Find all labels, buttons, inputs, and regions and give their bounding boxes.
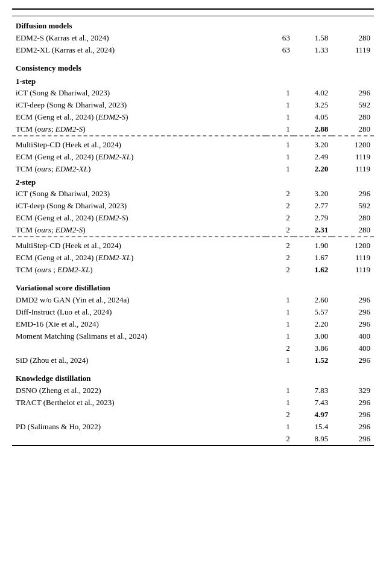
nfe-cell: 1 [266,330,294,342]
method-cell: ECM (Geng et al., 2024) (EDM2-XL) [12,252,266,264]
method-cell: Diff-Instruct (Luo et al., 2024) [12,306,266,318]
nfe-cell: 1 [266,163,294,175]
table-row: TRACT (Berthelot et al., 2023) 1 7.43 29… [12,397,374,409]
table-row: ECM (Geng et al., 2024) (EDM2-S) 1 4.05 … [12,111,374,123]
method-cell [12,342,266,354]
nfe-cell: 1 [266,294,294,306]
fid-cell: 1.33 [294,44,332,56]
table-row: ECM (Geng et al., 2024) (EDM2-XL) 2 1.67… [12,252,374,264]
section-header-row: Diffusion models [12,16,374,33]
table-row: EDM2-XL (Karras et al., 2024) 63 1.33 11… [12,44,374,56]
param-cell: 400 [332,342,374,354]
fid-cell: 3.20 [294,139,332,151]
method-cell: TCM (ours; EDM2-S) [12,224,266,237]
fid-cell: 1.90 [294,240,332,252]
param-cell: 592 [332,200,374,212]
nfe-cell: 2 [266,409,294,421]
method-cell: ECM (Geng et al., 2024) (EDM2-S) [12,111,266,123]
nfe-cell: 2 [266,188,294,200]
fid-cell: 2.49 [294,151,332,163]
table-row: 2 3.86 400 [12,342,374,354]
fid-cell: 4.97 [294,409,332,421]
fid-cell: 3.25 [294,99,332,111]
param-cell: 1200 [332,240,374,252]
table-row: TCM (ours; EDM2-S) 2 2.31 280 [12,224,374,237]
fid-cell: 3.20 [294,188,332,200]
param-cell: 1119 [332,151,374,163]
method-cell: TCM (ours ; EDM2-XL) [12,264,266,276]
section-header-label: Diffusion models [12,16,374,33]
fid-cell: 15.4 [294,421,332,433]
nfe-cell: 2 [266,264,294,276]
nfe-cell: 1 [266,306,294,318]
sub-header-label: 2-step [12,175,374,188]
fid-cell: 5.57 [294,306,332,318]
param-cell: 1200 [332,139,374,151]
nfe-cell: 2 [266,252,294,264]
table-row: DSNO (Zheng et al., 2022) 1 7.83 329 [12,385,374,397]
param-cell: 592 [332,99,374,111]
method-cell: iCT (Song & Dhariwal, 2023) [12,188,266,200]
method-cell: TCM (ours; EDM2-XL) [12,163,266,175]
col-method [12,9,266,16]
table-row: DMD2 w/o GAN (Yin et al., 2024a) 1 2.60 … [12,294,374,306]
param-cell: 1119 [332,163,374,175]
param-cell: 296 [332,306,374,318]
method-cell: EMD-16 (Xie et al., 2024) [12,318,266,330]
table-row: iCT-deep (Song & Dhariwal, 2023) 2 2.77 … [12,200,374,212]
nfe-cell: 63 [266,44,294,56]
param-cell: 280 [332,123,374,136]
nfe-cell: 1 [266,111,294,123]
section-header-row: Knowledge distillation [12,369,374,385]
fid-cell: 1.62 [294,264,332,276]
method-cell: MultiStep-CD (Heek et al., 2024) [12,240,266,252]
fid-cell: 1.58 [294,32,332,44]
fid-cell: 7.43 [294,397,332,409]
method-cell: iCT (Song & Dhariwal, 2023) [12,87,266,99]
param-cell: 296 [332,318,374,330]
col-nfe [266,9,294,16]
fid-cell: 3.86 [294,342,332,354]
nfe-cell: 1 [266,99,294,111]
method-cell: MultiStep-CD (Heek et al., 2024) [12,139,266,151]
nfe-cell: 2 [266,212,294,224]
nfe-cell: 1 [266,385,294,397]
table-row: ECM (Geng et al., 2024) (EDM2-S) 2 2.79 … [12,212,374,224]
table-row: ECM (Geng et al., 2024) (EDM2-XL) 1 2.49… [12,151,374,163]
nfe-cell: 1 [266,354,294,366]
method-cell: DMD2 w/o GAN (Yin et al., 2024a) [12,294,266,306]
nfe-cell: 2 [266,433,294,446]
param-cell: 1119 [332,44,374,56]
nfe-cell: 1 [266,123,294,136]
method-cell: EDM2-XL (Karras et al., 2024) [12,44,266,56]
fid-cell: 2.20 [294,163,332,175]
param-cell: 280 [332,212,374,224]
param-cell: 296 [332,87,374,99]
method-cell: TRACT (Berthelot et al., 2023) [12,397,266,409]
table-row: iCT-deep (Song & Dhariwal, 2023) 1 3.25 … [12,99,374,111]
table-row: MultiStep-CD (Heek et al., 2024) 2 1.90 … [12,240,374,252]
table-row: 2 4.97 296 [12,409,374,421]
sub-header-row: 1-step [12,74,374,87]
section-header-label: Variational score distillation [12,278,374,294]
nfe-cell: 1 [266,421,294,433]
nfe-cell: 2 [266,224,294,237]
nfe-cell: 1 [266,397,294,409]
method-cell: PD (Salimans & Ho, 2022) [12,421,266,433]
param-cell: 296 [332,294,374,306]
fid-cell: 2.31 [294,224,332,237]
method-cell: ECM (Geng et al., 2024) (EDM2-XL) [12,151,266,163]
section-header-row: Variational score distillation [12,278,374,294]
table-row: TCM (ours; EDM2-S) 1 2.88 280 [12,123,374,136]
param-cell: 296 [332,397,374,409]
param-cell: 329 [332,385,374,397]
col-param [332,9,374,16]
nfe-cell: 63 [266,32,294,44]
method-cell: EDM2-S (Karras et al., 2024) [12,32,266,44]
method-cell: SiD (Zhou et al., 2024) [12,354,266,366]
method-cell: Moment Matching (Salimans et al., 2024) [12,330,266,342]
nfe-cell: 1 [266,87,294,99]
nfe-cell: 2 [266,342,294,354]
table-row: EMD-16 (Xie et al., 2024) 1 2.20 296 [12,318,374,330]
method-cell [12,433,266,446]
